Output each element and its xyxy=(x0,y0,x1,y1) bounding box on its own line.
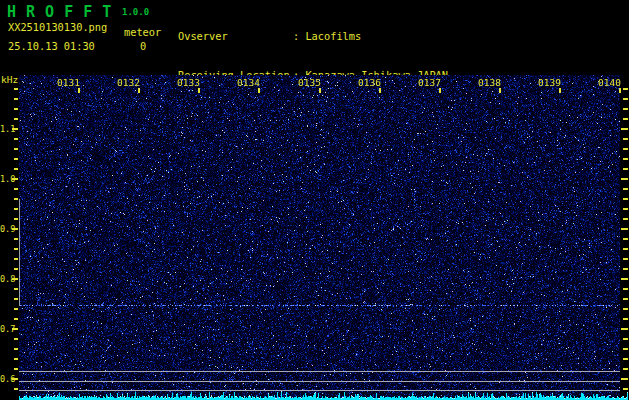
freq-axis-tick-minor xyxy=(14,108,18,110)
time-axis-label: 0139 xyxy=(537,77,561,88)
freq-axis-tick-minor xyxy=(14,218,18,220)
time-axis-label: 0136 xyxy=(357,77,381,88)
app-version: 1.0.0 xyxy=(122,7,149,17)
freq-axis-label: 0.8 xyxy=(0,274,12,284)
time-axis-tick xyxy=(138,88,140,93)
time-axis-tick xyxy=(499,88,501,93)
freq-axis-label: 1.1 xyxy=(0,124,12,134)
timestamp: 25.10.13 01:30 xyxy=(8,40,95,52)
freq-axis-tick-major xyxy=(12,328,18,330)
time-axis-label: 0138 xyxy=(477,77,501,88)
freq-axis-tick-minor-right xyxy=(623,358,628,360)
time-axis-tick xyxy=(619,88,621,93)
freq-axis-tick-minor xyxy=(14,158,18,160)
freq-axis-tick-minor-right xyxy=(623,368,628,370)
freq-axis-tick-minor xyxy=(14,98,18,100)
freq-axis-tick-major-right xyxy=(621,278,628,280)
freq-axis-tick-minor-right xyxy=(623,118,628,120)
hrofft-window: H R O F F T 1.0.0 XX2510130130.png meteo… xyxy=(0,0,629,400)
freq-axis-tick-minor-right xyxy=(623,238,628,240)
time-axis-label: 0133 xyxy=(176,77,200,88)
freq-axis-tick-minor xyxy=(14,298,18,300)
time-axis-label: 0140 xyxy=(597,77,621,88)
freq-axis-tick-major-right xyxy=(621,328,628,330)
freq-axis-tick-minor xyxy=(14,338,18,340)
freq-axis-tick-minor-right xyxy=(623,138,628,140)
freq-axis-tick-minor-right xyxy=(623,88,628,90)
time-axis-label: 0131 xyxy=(56,77,80,88)
freq-axis-unit-label: kHz xyxy=(1,74,18,85)
time-axis-label: 0135 xyxy=(297,77,321,88)
info-row-observer: Ovserver: Lacofilms xyxy=(178,30,448,43)
time-axis-tick xyxy=(439,88,441,93)
freq-axis-tick-minor-right xyxy=(623,318,628,320)
freq-axis-tick-minor-right xyxy=(623,338,628,340)
freq-axis-tick-minor xyxy=(14,88,18,90)
freq-axis-tick-minor-right xyxy=(623,288,628,290)
time-axis-tick xyxy=(559,88,561,93)
freq-axis-tick-minor xyxy=(14,368,18,370)
time-axis-tick xyxy=(198,88,200,93)
freq-axis-tick-minor-right xyxy=(623,348,628,350)
colon: : xyxy=(293,30,305,42)
freq-axis-tick-minor xyxy=(14,318,18,320)
freq-axis-tick-minor xyxy=(14,188,18,190)
freq-axis-tick-minor xyxy=(14,388,18,390)
freq-axis-tick-major xyxy=(12,178,18,180)
meteor-count: 0 xyxy=(140,40,146,52)
time-axis-tick xyxy=(379,88,381,93)
app-title: H R O F F T xyxy=(7,3,112,21)
time-axis-label: 0134 xyxy=(236,77,260,88)
freq-axis-tick-minor-right xyxy=(623,98,628,100)
freq-axis-tick-minor xyxy=(14,288,18,290)
freq-axis-tick-minor xyxy=(14,258,18,260)
freq-axis-tick-major xyxy=(12,378,18,380)
freq-axis-tick-minor xyxy=(14,238,18,240)
time-axis-tick xyxy=(78,88,80,93)
freq-axis-label: 0.6 xyxy=(0,374,12,384)
freq-axis-tick-major xyxy=(12,278,18,280)
freq-axis-tick-minor-right xyxy=(623,298,628,300)
freq-axis-tick-minor-right xyxy=(623,258,628,260)
output-filename: XX2510130130.png xyxy=(8,21,107,33)
freq-axis-tick-minor-right xyxy=(623,198,628,200)
freq-axis-tick-minor xyxy=(14,248,18,250)
time-axis-tick xyxy=(258,88,260,93)
freq-axis-tick-minor xyxy=(14,168,18,170)
freq-axis-tick-minor xyxy=(14,358,18,360)
freq-axis-tick-minor xyxy=(14,198,18,200)
freq-axis-tick-minor xyxy=(14,308,18,310)
mode-label: meteor xyxy=(124,26,161,38)
info-value: Lacofilms xyxy=(305,30,361,42)
freq-axis-label: 1.0 xyxy=(0,174,12,184)
freq-axis-label: 0.7 xyxy=(0,324,12,334)
freq-axis-tick-minor-right xyxy=(623,188,628,190)
freq-axis-tick-minor-right xyxy=(623,308,628,310)
freq-axis-tick-minor-right xyxy=(623,208,628,210)
freq-axis-tick-minor xyxy=(14,138,18,140)
freq-axis-tick-minor xyxy=(14,348,18,350)
freq-axis-tick-minor xyxy=(14,148,18,150)
freq-axis-tick-major-right xyxy=(621,178,628,180)
time-axis-tick xyxy=(319,88,321,93)
freq-axis-tick-major xyxy=(12,228,18,230)
freq-axis-tick-minor-right xyxy=(623,218,628,220)
freq-axis-tick-minor-right xyxy=(623,168,628,170)
freq-axis-tick-major-right xyxy=(621,128,628,130)
freq-axis-tick-minor-right xyxy=(623,388,628,390)
freq-axis-tick-major-right xyxy=(621,378,628,380)
freq-axis-tick-major-right xyxy=(621,228,628,230)
time-axis-label: 0132 xyxy=(116,77,140,88)
freq-axis-tick-minor-right xyxy=(623,268,628,270)
freq-axis-tick-minor-right xyxy=(623,108,628,110)
freq-axis-tick-minor xyxy=(14,118,18,120)
freq-axis-label: 0.9 xyxy=(0,224,12,234)
freq-axis-tick-minor xyxy=(14,208,18,210)
freq-axis-tick-minor-right xyxy=(623,248,628,250)
freq-axis-tick-major xyxy=(12,128,18,130)
freq-axis-tick-minor-right xyxy=(623,148,628,150)
freq-axis-tick-minor-right xyxy=(623,158,628,160)
time-axis-label: 0137 xyxy=(417,77,441,88)
spectrogram-canvas xyxy=(19,75,629,400)
freq-axis-tick-minor xyxy=(14,268,18,270)
